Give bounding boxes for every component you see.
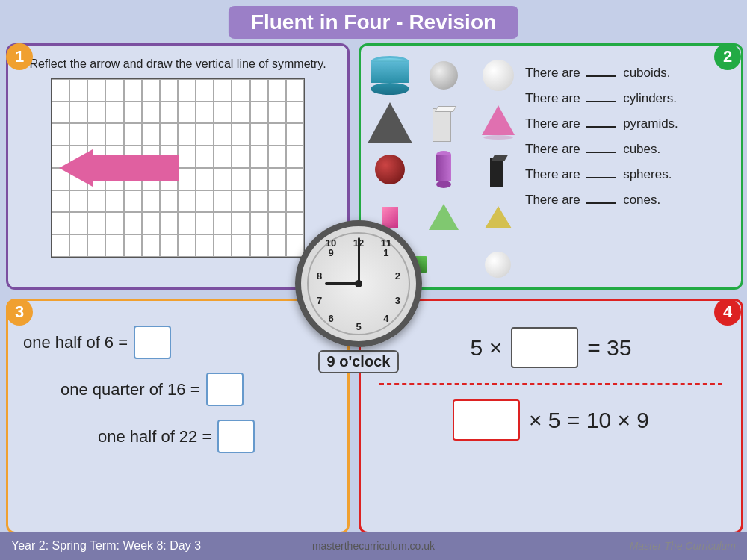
grid-cell xyxy=(268,123,286,146)
grid-cell xyxy=(232,190,249,213)
pyramid-pink-shape xyxy=(482,105,515,140)
grid-cell xyxy=(250,168,268,190)
grid-cell xyxy=(232,123,249,146)
bottom-answer-box[interactable] xyxy=(453,399,520,441)
clock-num-8: 8 xyxy=(317,270,322,281)
section1-instruction: Reflect the arrow and draw the vertical … xyxy=(16,57,340,72)
cones-blank[interactable] xyxy=(586,202,616,204)
grid-cell xyxy=(196,212,214,234)
grid-cell xyxy=(160,102,178,124)
clock-num-7: 7 xyxy=(317,294,322,305)
grid-cell xyxy=(178,102,196,124)
grid-cell xyxy=(214,190,232,213)
bottom-right-text: × 5 = 10 × 9 xyxy=(529,408,649,433)
footer-center: masterthecurriculum.co.uk xyxy=(312,540,435,552)
problem2-answer[interactable] xyxy=(206,373,244,406)
sphere-white-shape xyxy=(483,60,514,91)
grid-cell xyxy=(286,79,304,102)
arrow-head xyxy=(59,149,93,187)
arrow-wrapper xyxy=(59,142,190,194)
grid-cell xyxy=(160,79,178,102)
shape-cones: There are cones. xyxy=(525,187,734,213)
grid-cell xyxy=(268,146,286,168)
problem3-answer[interactable] xyxy=(217,420,255,453)
grid-cell xyxy=(250,212,268,234)
grid-cell xyxy=(105,102,123,124)
cuboids-blank[interactable] xyxy=(586,75,616,77)
pyramid-green-shape xyxy=(429,204,459,230)
section4-bottom-equation: × 5 = 10 × 9 xyxy=(379,399,722,441)
pyramids-blank[interactable] xyxy=(586,126,616,128)
grid-cell xyxy=(87,234,105,257)
pyramid-dark-shape xyxy=(368,102,412,143)
grid-cell xyxy=(232,168,249,190)
grid-cell xyxy=(124,79,142,102)
grid-cell xyxy=(196,168,214,190)
problem1-answer[interactable] xyxy=(134,326,171,359)
grid-cell xyxy=(232,102,249,124)
problem1-row: one half of 6 = xyxy=(23,326,332,359)
title-bar: Fluent in Four - Revision xyxy=(229,6,518,39)
grid-cell xyxy=(160,212,178,234)
section3-problems: one half of 6 = one quarter of 16 = one … xyxy=(23,326,332,453)
grid-cell xyxy=(196,79,214,102)
grid-cell xyxy=(214,79,232,102)
grid-cell xyxy=(268,79,286,102)
top-answer-box[interactable] xyxy=(511,327,578,368)
grid-cell xyxy=(286,146,304,168)
spheres-blank[interactable] xyxy=(586,177,616,178)
section2-text-area: There are cuboids. There are cylinders. … xyxy=(525,53,734,213)
clock-num-2: 2 xyxy=(395,270,400,281)
grid-cell xyxy=(69,79,87,102)
clock-center xyxy=(355,280,362,287)
problem1-text: one half of 6 = xyxy=(23,333,128,352)
grid-cell xyxy=(52,234,69,257)
grid-cell xyxy=(286,102,304,124)
shape-cubes: There are cubes. xyxy=(525,137,734,162)
grid-cell xyxy=(69,234,87,257)
clock-num-9: 9 xyxy=(328,247,333,258)
grid-cell xyxy=(124,102,142,124)
grid-cell xyxy=(87,79,105,102)
page-title: Fluent in Four - Revision xyxy=(251,10,496,34)
grid-cell xyxy=(214,234,232,257)
grid-cell xyxy=(69,212,87,234)
section4-number: 4 xyxy=(714,299,741,326)
shape-spheres: There are spheres. xyxy=(525,162,734,187)
grid-cell xyxy=(286,123,304,146)
clock-face: 12 1 2 3 4 5 6 7 8 9 10 11 xyxy=(295,220,422,347)
grid-cell xyxy=(178,79,196,102)
grid-cell xyxy=(268,234,286,257)
grid-cell xyxy=(87,212,105,234)
grid-cell xyxy=(232,234,249,257)
grid-cell xyxy=(105,212,123,234)
grid-cell xyxy=(87,102,105,124)
grid-cell xyxy=(105,79,123,102)
grid-cell xyxy=(268,212,286,234)
arrow-body xyxy=(89,155,179,181)
clock-label: 9 o'clock xyxy=(318,350,400,373)
clock-num-3: 3 xyxy=(395,294,400,305)
clock-num-11: 11 xyxy=(381,237,391,248)
top-left-text: 5 × xyxy=(471,335,503,361)
sphere-dark-red-shape xyxy=(375,155,405,184)
grid-cell xyxy=(286,168,304,190)
grid-cell xyxy=(250,234,268,257)
grid-cell xyxy=(232,79,249,102)
cylinders-blank[interactable] xyxy=(586,101,616,102)
grid-cell xyxy=(214,168,232,190)
sphere-white2-shape xyxy=(485,252,511,278)
cubes-blank[interactable] xyxy=(586,152,616,153)
grid-cell xyxy=(268,190,286,213)
grid-cell xyxy=(69,102,87,124)
cylinder-purple-shape xyxy=(436,151,451,188)
pyramid-yellow-shape xyxy=(485,206,512,228)
grid-cell xyxy=(52,212,69,234)
grid-cell xyxy=(142,212,160,234)
clock-num-4: 4 xyxy=(383,313,388,324)
grid-cell xyxy=(142,234,160,257)
problem3-text: one half of 22 = xyxy=(98,427,211,447)
shape-cuboids: There are cuboids. xyxy=(525,60,734,86)
equation-divider xyxy=(379,383,722,385)
grid-cell xyxy=(232,212,249,234)
